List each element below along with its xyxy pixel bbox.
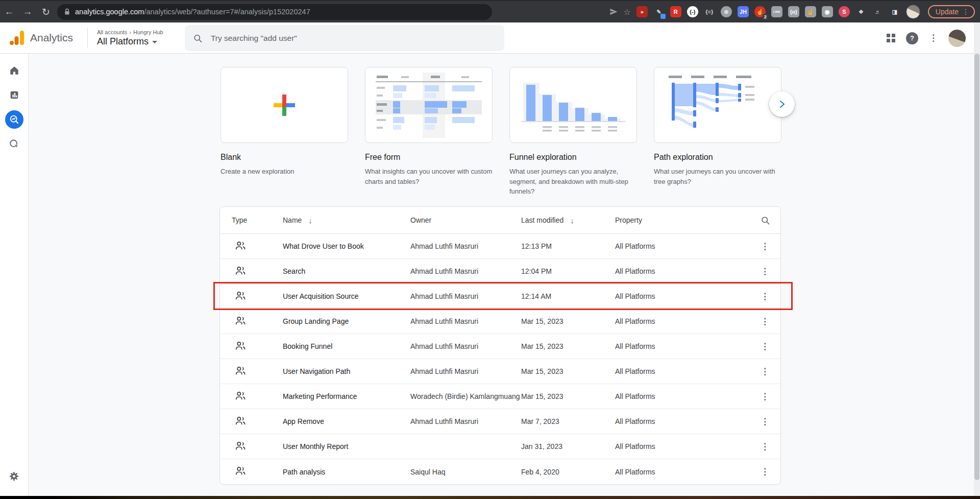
table-row[interactable]: Group Landing Page Ahmad Luthfi Masruri … — [220, 309, 780, 334]
browser-reload-icon[interactable]: ↻ — [37, 6, 55, 18]
carousel-next-button[interactable] — [769, 91, 795, 117]
column-header-name[interactable]: Name ↓ — [283, 216, 410, 225]
send-to-device-icon[interactable] — [609, 8, 618, 16]
header-divider — [87, 28, 88, 47]
table-row[interactable]: App Remove Ahmad Luthfi Masruri Mar 7, 2… — [220, 409, 780, 434]
header-kebab-icon[interactable]: ⋮ — [929, 33, 938, 43]
table-row[interactable]: What Drove User to Book Ahmad Luthfi Mas… — [220, 234, 780, 259]
table-row[interactable]: User Navigation Path Ahmad Luthfi Masrur… — [220, 359, 780, 384]
exploration-owner: Ahmad Luthfi Masruri — [410, 417, 521, 425]
column-header-last-modified[interactable]: Last modified ↓ — [521, 216, 615, 225]
help-glyph: ? — [910, 34, 914, 42]
exploration-name[interactable]: Path analysis — [283, 468, 410, 476]
user-avatar[interactable] — [948, 30, 966, 47]
exploration-name[interactable]: Search — [283, 267, 410, 275]
line-extension-icon[interactable]: LINE — [771, 6, 782, 17]
exploration-name[interactable]: User Navigation Path — [283, 367, 410, 375]
exploration-name[interactable]: User Monthly Report — [283, 442, 410, 450]
row-actions-kebab-icon[interactable]: ⋮ — [761, 442, 770, 452]
hand-blocker-extension-icon[interactable]: ☝2 — [754, 6, 766, 17]
videostream-extension-icon[interactable]: » — [636, 6, 648, 17]
sidebar-item-explore-selected[interactable] — [0, 107, 29, 132]
sidebar-item-admin[interactable] — [0, 464, 29, 488]
exploration-name[interactable]: App Remove — [283, 417, 410, 425]
exploration-name[interactable]: Marketing Performance — [283, 392, 410, 400]
lock-icon — [64, 8, 70, 15]
row-actions-kebab-icon[interactable]: ⋮ — [761, 292, 770, 301]
browser-forward-icon[interactable]: → — [18, 6, 37, 17]
ribbon-r-extension-icon-glyph: R — [674, 9, 678, 15]
search-bar[interactable] — [185, 25, 504, 51]
shared-users-icon — [235, 441, 246, 451]
row-actions-kebab-icon[interactable]: ⋮ — [761, 417, 770, 426]
stripes-s-extension-icon[interactable]: S — [839, 6, 850, 17]
template-card-funnel-exploration[interactable]: Funnel exploration What user journeys ca… — [509, 67, 637, 197]
help-icon[interactable]: ? — [906, 32, 918, 44]
exploration-owner: Woradech (Birdie) Kamlangmuang — [410, 392, 521, 400]
table-row[interactable]: User Acquisition Source Ahmad Luthfi Mas… — [220, 284, 780, 309]
google-apps-grid-icon[interactable] — [887, 34, 895, 42]
row-actions-kebab-icon[interactable]: ⋮ — [761, 267, 770, 276]
selected-indicator — [5, 110, 23, 129]
exploration-owner: Saiqul Haq — [410, 468, 521, 476]
exploration-owner: Ahmad Luthfi Masruri — [410, 342, 521, 350]
exploration-name[interactable]: What Drove User to Book — [283, 242, 410, 250]
sidebar-item-advertising[interactable] — [0, 132, 29, 156]
puzzle-extensions-icon[interactable]: ❖ — [855, 6, 867, 17]
exploration-property: All Platforms — [615, 317, 750, 325]
table-search-button[interactable] — [761, 216, 770, 225]
row-actions-kebab-icon[interactable]: ⋮ — [761, 342, 770, 351]
split-view-extension-icon[interactable]: ◨ — [889, 6, 900, 17]
row-actions-kebab-icon[interactable]: ⋮ — [761, 467, 770, 477]
hand-gray-extension-icon[interactable]: ☝ — [805, 6, 816, 17]
exploration-name[interactable]: Group Landing Page — [283, 317, 410, 325]
scrollbar-thumb[interactable] — [974, 54, 979, 480]
exploration-owner: Ahmad Luthfi Masruri — [410, 267, 521, 275]
table-row[interactable]: Search Ahmad Luthfi Masruri 12:04 PM All… — [220, 259, 780, 284]
m-circle-extension-icon[interactable]: (ıı) — [788, 6, 799, 17]
playlist-extension-icon[interactable]: ♬ — [872, 6, 884, 17]
loom-extension-icon[interactable]: (-) — [687, 6, 698, 17]
search-input[interactable] — [210, 33, 496, 43]
browser-back-icon[interactable]: ← — [0, 6, 18, 17]
account-selector[interactable]: All accounts › Hungry Hub All Platforms — [97, 29, 163, 47]
row-actions-kebab-icon[interactable]: ⋮ — [761, 242, 770, 251]
browser-profile-avatar[interactable] — [906, 5, 920, 19]
bookmark-star-icon[interactable]: ☆ — [624, 7, 631, 17]
row-actions-kebab-icon[interactable]: ⋮ — [761, 367, 770, 376]
table-row[interactable]: Booking Funnel Ahmad Luthfi Masruri Mar … — [220, 334, 780, 359]
modified-header-label: Last modified — [521, 216, 564, 224]
browser-update-button[interactable]: Update ⋮ — [928, 5, 975, 18]
column-header-type[interactable]: Type — [220, 216, 283, 224]
template-card-free-form[interactable]: Free form What insights can you uncover … — [365, 67, 493, 186]
template-card-path-exploration[interactable]: Path exploration What user journeys can … — [654, 67, 781, 186]
table-row[interactable]: Marketing Performance Woradech (Birdie) … — [220, 384, 780, 409]
ribbon-r-extension-icon[interactable]: R — [670, 6, 681, 17]
gear-icon — [8, 470, 20, 482]
address-bar[interactable]: analytics.google.com/analytics/web/?auth… — [57, 4, 492, 20]
advertising-icon — [9, 138, 20, 150]
jh-extension-icon[interactable]: JH — [738, 6, 749, 17]
shared-users-icon — [235, 241, 246, 251]
sort-down-icon: ↓ — [308, 216, 312, 225]
json-braces-extension-icon[interactable]: {≡} — [704, 6, 715, 17]
sidebar-item-reports[interactable] — [0, 83, 29, 107]
property-selector-label: All Platforms — [97, 36, 149, 47]
update-label: Update — [936, 8, 959, 16]
table-row[interactable]: Path analysis Saiqul Haq Feb 4, 2020 All… — [220, 459, 780, 484]
colorpicker-extension-icon[interactable]: ✎ — [653, 6, 665, 17]
row-actions-kebab-icon[interactable]: ⋮ — [761, 392, 770, 401]
row-actions-kebab-icon[interactable]: ⋮ — [761, 317, 770, 326]
column-header-property[interactable]: Property — [615, 216, 750, 224]
template-card-blank[interactable]: Blank Create a new exploration — [220, 67, 348, 177]
column-header-owner[interactable]: Owner — [410, 216, 521, 224]
exploration-name[interactable]: User Acquisition Source — [283, 292, 410, 300]
table-row[interactable]: User Monthly Report Jan 31, 2023 All Pla… — [220, 434, 780, 459]
row-type-cell — [220, 341, 283, 352]
camera-extension-icon[interactable]: ◉ — [822, 6, 833, 17]
sidebar-item-home[interactable] — [0, 58, 29, 83]
globe-extension-icon[interactable]: ⊕ — [721, 6, 732, 17]
vertical-scrollbar[interactable] — [974, 22, 980, 496]
card-description: What insights can you uncover with custo… — [365, 167, 493, 186]
exploration-name[interactable]: Booking Funnel — [283, 342, 410, 350]
